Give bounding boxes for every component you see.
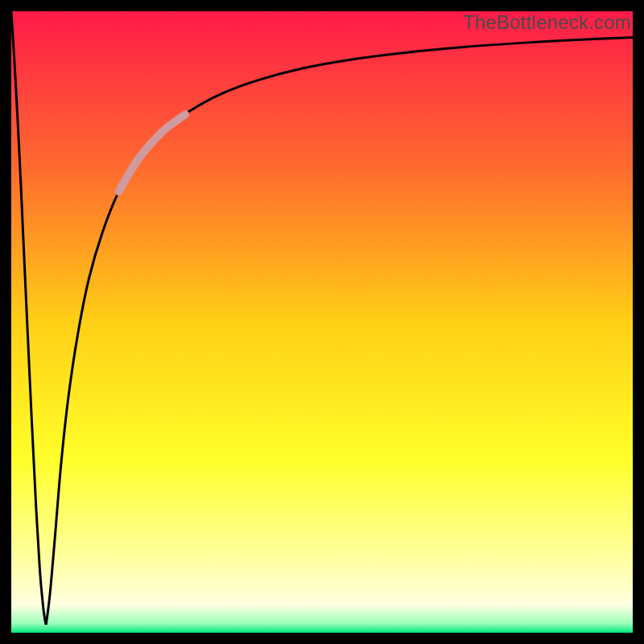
bottleneck-curve-left bbox=[11, 11, 46, 625]
watermark-label: TheBottleneck.com bbox=[463, 11, 631, 34]
plot-area bbox=[11, 11, 633, 633]
chart-container: TheBottleneck.com bbox=[0, 0, 644, 644]
bottleneck-curve-right bbox=[46, 37, 633, 625]
curve-layer bbox=[11, 11, 633, 633]
highlight-segment bbox=[119, 114, 186, 192]
